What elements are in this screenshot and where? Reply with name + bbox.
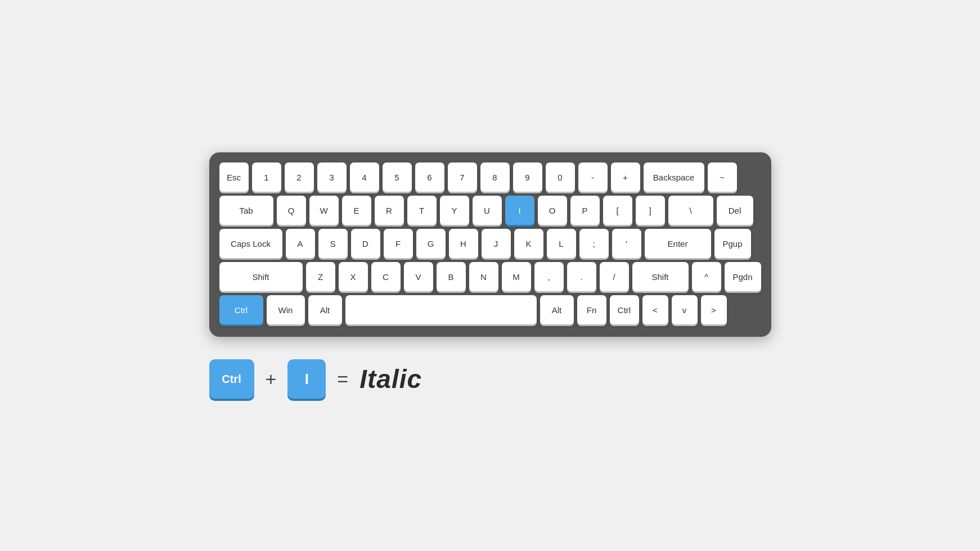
6-key[interactable]: 6: [415, 162, 444, 192]
j-key[interactable]: J: [482, 229, 511, 258]
g-key[interactable]: G: [416, 229, 446, 258]
a-key[interactable]: A: [286, 229, 315, 258]
ctrl-left-key[interactable]: Ctrl: [219, 295, 263, 324]
semicolon-key[interactable]: ;: [579, 229, 609, 258]
pgdn-key[interactable]: Pgdn: [725, 262, 761, 291]
m-key[interactable]: M: [502, 262, 531, 291]
q-key[interactable]: Q: [277, 196, 306, 225]
y-key[interactable]: Y: [440, 196, 469, 225]
i-key[interactable]: I: [505, 196, 534, 225]
c-key[interactable]: C: [371, 262, 401, 291]
tilde-key[interactable]: ~: [708, 162, 737, 192]
n-key[interactable]: N: [469, 262, 498, 291]
shortcut-plus-symbol: +: [266, 368, 277, 390]
d-key[interactable]: D: [351, 229, 380, 258]
capslock-key[interactable]: Caps Lock: [219, 229, 282, 258]
p-key[interactable]: P: [570, 196, 600, 225]
quote-key[interactable]: ': [612, 229, 641, 258]
right-arrow-key[interactable]: >: [701, 295, 727, 324]
4-key[interactable]: 4: [350, 162, 379, 192]
keyboard-wrapper: Esc 1 2 3 4 5 6 7 8 9 0 - + Backspace ~ …: [209, 152, 771, 399]
esc-key[interactable]: Esc: [219, 162, 249, 192]
asdf-row: Caps Lock A S D F G H J K L ; ' Enter Pg…: [219, 229, 761, 258]
h-key[interactable]: H: [449, 229, 478, 258]
5-key[interactable]: 5: [383, 162, 412, 192]
minus-key[interactable]: -: [578, 162, 608, 192]
v-key[interactable]: V: [404, 262, 433, 291]
shortcut-display: Ctrl + I = Italic: [209, 359, 771, 399]
shift-right-key[interactable]: Shift: [632, 262, 689, 291]
shortcut-ctrl-key: Ctrl: [209, 359, 254, 399]
t-key[interactable]: T: [407, 196, 437, 225]
zxcv-row: Shift Z X C V B N M , . / Shift ^ Pgdn: [219, 262, 761, 291]
bottom-row: Ctrl Win Alt Alt Fn Ctrl < v >: [219, 295, 761, 324]
period-key[interactable]: .: [567, 262, 596, 291]
w-key[interactable]: W: [309, 196, 339, 225]
plus-key[interactable]: +: [611, 162, 640, 192]
ctrl-right-key[interactable]: Ctrl: [610, 295, 639, 324]
u-key[interactable]: U: [473, 196, 502, 225]
backslash-key[interactable]: \: [668, 196, 713, 225]
e-key[interactable]: E: [342, 196, 371, 225]
number-row: Esc 1 2 3 4 5 6 7 8 9 0 - + Backspace ~: [219, 162, 761, 192]
s-key[interactable]: S: [318, 229, 348, 258]
shift-left-key[interactable]: Shift: [219, 262, 303, 291]
down-arrow-key[interactable]: v: [672, 295, 698, 324]
close-bracket-key[interactable]: ]: [636, 196, 665, 225]
alt-left-key[interactable]: Alt: [308, 295, 342, 324]
comma-key[interactable]: ,: [534, 262, 564, 291]
shortcut-action-label: Italic: [359, 364, 422, 394]
left-arrow-key[interactable]: <: [642, 295, 668, 324]
z-key[interactable]: Z: [306, 262, 335, 291]
k-key[interactable]: K: [514, 229, 543, 258]
del-key[interactable]: Del: [717, 196, 753, 225]
2-key[interactable]: 2: [285, 162, 314, 192]
1-key[interactable]: 1: [252, 162, 281, 192]
alt-right-key[interactable]: Alt: [540, 295, 574, 324]
pgup-key[interactable]: Pgup: [714, 229, 751, 258]
caret-key[interactable]: ^: [692, 262, 721, 291]
win-key[interactable]: Win: [267, 295, 305, 324]
f-key[interactable]: F: [384, 229, 413, 258]
enter-key[interactable]: Enter: [645, 229, 711, 258]
space-key[interactable]: [345, 295, 537, 324]
open-bracket-key[interactable]: [: [603, 196, 632, 225]
r-key[interactable]: R: [375, 196, 404, 225]
backspace-key[interactable]: Backspace: [644, 162, 704, 192]
qwerty-row: Tab Q W E R T Y U I O P [ ] \ Del: [219, 196, 761, 225]
3-key[interactable]: 3: [317, 162, 347, 192]
b-key[interactable]: B: [437, 262, 466, 291]
9-key[interactable]: 9: [513, 162, 542, 192]
8-key[interactable]: 8: [480, 162, 510, 192]
l-key[interactable]: L: [547, 229, 576, 258]
slash-key[interactable]: /: [600, 262, 629, 291]
0-key[interactable]: 0: [546, 162, 575, 192]
fn-key[interactable]: Fn: [577, 295, 606, 324]
tab-key[interactable]: Tab: [219, 196, 273, 225]
keyboard: Esc 1 2 3 4 5 6 7 8 9 0 - + Backspace ~ …: [209, 152, 771, 337]
o-key[interactable]: O: [538, 196, 567, 225]
7-key[interactable]: 7: [448, 162, 477, 192]
shortcut-equals-symbol: =: [337, 368, 348, 390]
shortcut-i-key: I: [287, 359, 326, 399]
x-key[interactable]: X: [339, 262, 368, 291]
